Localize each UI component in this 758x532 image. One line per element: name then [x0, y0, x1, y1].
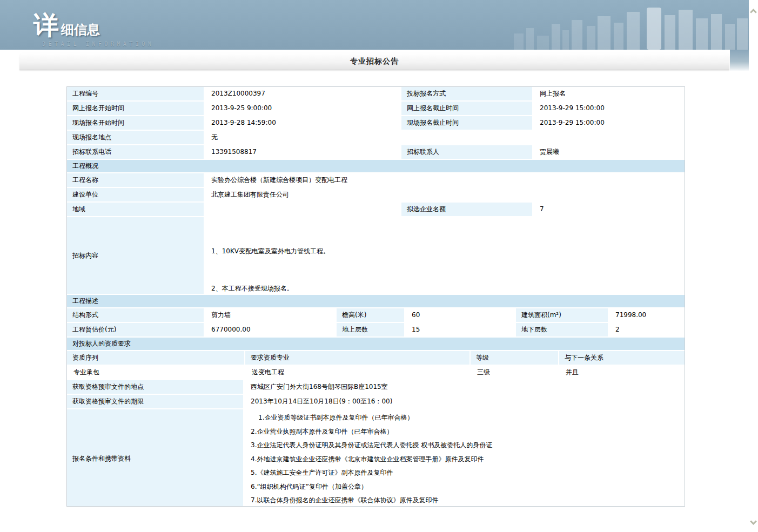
field-value: 71998.00	[609, 308, 685, 322]
header-right-extension	[730, 50, 749, 71]
field-value: 实验办公综合楼（新建综合楼项目）变配电工程	[205, 173, 685, 187]
column-header: 与下一条关系	[559, 351, 685, 365]
tender-content-cell: 1、10KV变配电室及室外电力管线工程。 2、本工程不接受现场报名。	[205, 217, 685, 294]
table-row: 结构形式 剪力墙 檐高(米) 60 建筑面积(m²) 71998.00	[67, 308, 685, 322]
field-value: 13391508817	[205, 145, 400, 159]
table-row: 工程名称 实验办公综合楼（新建综合楼项目）变配电工程	[67, 173, 685, 187]
page-title-bar: 专业招标公告	[19, 53, 729, 70]
field-value: 三级	[471, 366, 558, 379]
field-value: 2013年10月14日至10月18日(9：00至16：00)	[244, 395, 685, 408]
table-row: 工程编号 2013Z10000397 投标报名方式 网上报名	[67, 87, 685, 100]
detail-logo: 详细信息 DETAIL INFORMATION	[33, 9, 154, 47]
field-label: 投标报名方式	[401, 87, 532, 100]
header-band: 详细信息 DETAIL INFORMATION	[0, 0, 749, 50]
field-value: 2013-9-29 15:00:00	[533, 116, 685, 130]
city-skyline-icon	[511, 0, 749, 50]
field-label: 檐高(米)	[337, 308, 404, 322]
field-label: 结构形式	[67, 308, 204, 322]
list-item: 1.企业资质等级证书副本原件及复印件（已年审合格）	[251, 411, 685, 425]
field-label: 建筑面积(m²)	[516, 308, 608, 322]
field-value: 北京建工集团有限责任公司	[205, 188, 685, 201]
field-value: 2013-9-25 9:00:00	[205, 102, 400, 115]
field-label: 现场报名截止时间	[401, 116, 532, 130]
field-label: 报名条件和携带资料	[67, 409, 243, 506]
column-header: 资质序列	[67, 351, 244, 365]
list-item: 4.外地进京建筑业企业还应携带《北京市建筑业企业档案管理手册》原件及复印件	[251, 453, 685, 467]
field-label: 工程编号	[67, 87, 204, 100]
table-row: 获取资格预审文件的地点 西城区广安门外大街168号朗琴国际B座1015室	[67, 380, 685, 394]
list-item: 3.企业法定代表人身份证明及其身份证或法定代表人委托授 权书及被委托人的身份证	[251, 439, 685, 453]
table-row: 招标内容 1、10KV变配电室及室外电力管线工程。 2、本工程不接受现场报名。	[67, 217, 685, 294]
qualification-header-row: 资质序列 要求资质专业 等级 与下一条关系	[67, 351, 685, 365]
field-label: 网上报名开始时间	[67, 102, 204, 115]
list-item: 5.《建筑施工安全生产许可证》副本原件及复印件	[251, 466, 685, 480]
field-value: 2	[609, 323, 685, 336]
field-label: 工程暂估价(元)	[67, 323, 204, 336]
table-row: 建设单位 北京建工集团有限责任公司	[67, 188, 685, 201]
field-label: 获取资格预审文件的期限	[67, 395, 243, 408]
field-value	[205, 203, 400, 216]
list-item: 7.以联合体身份报名的企业还应携带《联合体协议》原件及复印件	[251, 494, 685, 506]
table-row: 现场报名开始时间 2013-9-28 14:59:00 现场报名截止时间 201…	[67, 116, 685, 130]
field-label: 招标联系人	[401, 145, 532, 159]
column-header: 要求资质专业	[245, 351, 469, 365]
field-value: 15	[405, 323, 515, 336]
field-value: 2013-9-29 15:00:00	[533, 102, 685, 115]
field-value: 6770000.00	[205, 323, 336, 336]
field-value: 无	[205, 131, 685, 144]
table-row: 报名条件和携带资料 1.企业资质等级证书副本原件及复印件（已年审合格） 2.企业…	[67, 409, 685, 506]
section-header-description: 工程描述	[67, 295, 685, 307]
field-label: 工程名称	[67, 173, 204, 187]
page-title: 专业招标公告	[19, 53, 729, 70]
section-header-overview: 工程概况	[67, 160, 685, 172]
field-label: 建设单位	[67, 188, 204, 201]
logo-en-caption: DETAIL INFORMATION	[42, 41, 154, 47]
field-value: 送变电工程	[245, 366, 469, 379]
field-value: 专业承包	[67, 366, 244, 379]
table-row: 网上报名开始时间 2013-9-25 9:00:00 网上报名截止时间 2013…	[67, 102, 685, 115]
field-value: 剪力墙	[205, 308, 336, 322]
table-row: 获取资格预审文件的期限 2013年10月14日至10月18日(9：00至16：0…	[67, 395, 685, 408]
table-row: 招标联系电话 13391508817 招标联系人 贾晨曦	[67, 145, 685, 159]
field-label: 获取资格预审文件的地点	[67, 380, 243, 394]
tender-content-line: 2、本工程不接受现场报名。	[211, 284, 685, 293]
field-label: 拟选企业名额	[401, 203, 532, 216]
field-value: 7	[533, 203, 685, 216]
field-label: 现场报名开始时间	[67, 116, 204, 130]
section-header-qualification: 对投标人的资质要求	[67, 338, 685, 350]
field-label: 地下层数	[516, 323, 608, 336]
table-row: 工程暂估价(元) 6770000.00 地上层数 15 地下层数 2	[67, 323, 685, 336]
tender-detail-table: 工程编号 2013Z10000397 投标报名方式 网上报名 网上报名开始时间 …	[66, 86, 685, 507]
materials-list: 1.企业资质等级证书副本原件及复印件（已年审合格） 2.企业营业执照副本原件及复…	[244, 409, 685, 506]
list-item: 2.企业营业执照副本原件及复印件（已年审合格）	[251, 425, 685, 439]
scrollbar[interactable]	[749, 0, 758, 532]
field-value: 西城区广安门外大街168号朗琴国际B座1015室	[244, 380, 685, 394]
table-row: 现场报名地点 无	[67, 131, 685, 144]
field-value: 2013Z10000397	[205, 87, 400, 100]
field-label: 现场报名地点	[67, 131, 204, 144]
field-label: 招标内容	[67, 217, 204, 294]
field-value: 网上报名	[533, 87, 685, 100]
field-label: 地域	[67, 203, 204, 216]
field-value: 2013-9-28 14:59:00	[205, 116, 400, 130]
logo-cn-sub: 细信息	[61, 22, 100, 37]
logo-cn-main: 详	[33, 10, 59, 40]
field-value: 并且	[559, 366, 685, 379]
field-label: 地上层数	[337, 323, 404, 336]
list-item: 6.“组织机构代码证”复印件（加盖公章）	[251, 480, 685, 494]
field-label: 网上报名截止时间	[401, 102, 532, 115]
field-value: 贾晨曦	[533, 145, 685, 159]
field-value: 60	[405, 308, 515, 322]
qualification-data-row: 专业承包 送变电工程 三级 并且	[67, 366, 685, 379]
table-row: 地域 拟选企业名额 7	[67, 203, 685, 216]
field-label: 招标联系电话	[67, 145, 204, 159]
tender-content-line: 1、10KV变配电室及室外电力管线工程。	[211, 247, 685, 256]
column-header: 等级	[471, 351, 558, 365]
